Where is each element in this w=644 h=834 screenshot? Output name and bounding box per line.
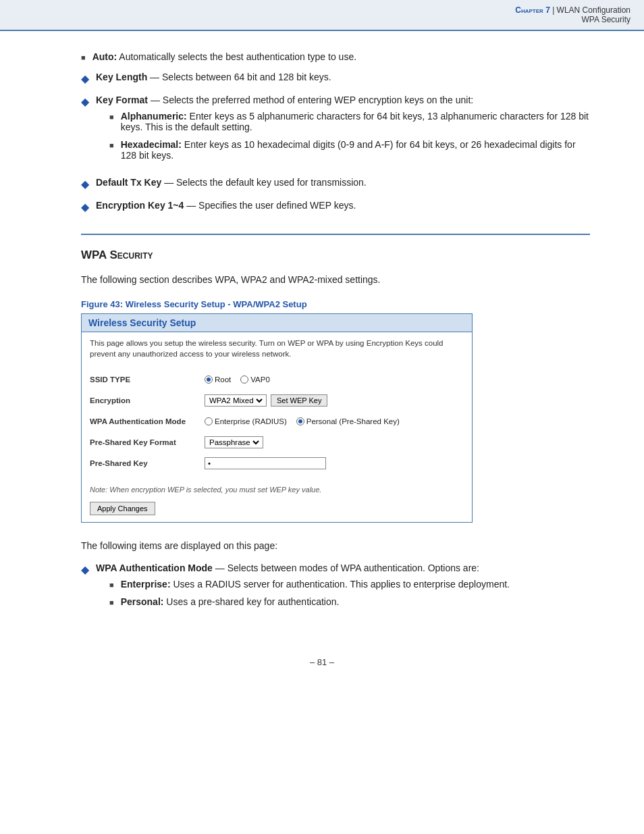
- bullet-body: Enter keys as 10 hexadecimal digits (0-9…: [121, 139, 576, 161]
- page-footer: – 81 –: [0, 644, 644, 674]
- list-item: ◆ WPA Authentication Mode — Selects betw…: [81, 563, 590, 614]
- bullet-body: — Selects the preferred method of enteri…: [148, 95, 473, 105]
- psk-format-controls: Passphrase Hex: [205, 436, 263, 448]
- personal-option[interactable]: Personal (Pre-Shared Key): [296, 417, 400, 425]
- bullet-body: — Selects the default key used for trans…: [161, 177, 366, 188]
- bullet-square-icon: ■: [109, 581, 114, 589]
- chapter-label: Chapter 7: [515, 5, 552, 15]
- encryption-label: Encryption: [90, 396, 205, 405]
- ssid-root-label: Root: [215, 375, 231, 384]
- top-bullet-list: ■ Auto: Automatically selects the best a…: [81, 51, 590, 62]
- main-content: ■ Auto: Automatically selects the best a…: [0, 31, 644, 644]
- bullet-bold: Key Length: [96, 72, 147, 82]
- bullet-square-icon: ■: [109, 113, 114, 121]
- encryption-row: Encryption WPA2 Mixed WPA WPA2 WEP Set W…: [90, 392, 464, 409]
- bullet-text: Personal: Uses a pre-shared key for auth…: [121, 596, 340, 607]
- bullet-square-icon: ■: [109, 141, 114, 149]
- wpa-auth-label: WPA Authentication Mode: [90, 417, 205, 425]
- ssid-type-label: SSID TYPE: [90, 375, 205, 384]
- bullet-text: Key Format — Selects the preferred metho…: [96, 95, 473, 105]
- set-wep-key-button[interactable]: Set WEP Key: [271, 394, 327, 407]
- bullet-body: Enter keys as 5 alphanumeric characters …: [121, 111, 589, 132]
- wss-apply-row: Apply Changes: [82, 499, 472, 522]
- psk-label: Pre-Shared Key: [90, 459, 205, 467]
- bullet-diamond-icon: ◆: [81, 201, 89, 213]
- list-item: ■ Alphanumeric: Enter keys as 5 alphanum…: [109, 111, 590, 132]
- bullet-diamond-icon: ◆: [81, 72, 89, 85]
- bullet-diamond-icon: ◆: [81, 95, 89, 108]
- bullet-bold: Alphanumeric:: [121, 111, 187, 122]
- list-item: ■ Auto: Automatically selects the best a…: [81, 51, 590, 62]
- list-item: ◆ Key Format — Selects the preferred met…: [81, 95, 590, 167]
- wpa-auth-controls: Enterprise (RADIUS) Personal (Pre-Shared…: [205, 417, 400, 425]
- personal-radio[interactable]: [296, 417, 304, 425]
- ssid-vap0-label: VAP0: [250, 375, 270, 384]
- wpa-auth-row: WPA Authentication Mode Enterprise (RADI…: [90, 413, 464, 429]
- psk-format-select-wrapper[interactable]: Passphrase Hex: [205, 436, 263, 448]
- bullet-diamond-icon: ◆: [81, 178, 89, 190]
- bullet-square-icon: ■: [81, 53, 86, 61]
- bullet-body: Uses a pre-shared key for authentication…: [163, 596, 339, 607]
- psk-input[interactable]: [205, 457, 326, 469]
- bullet-bold: WPA Authentication Mode: [96, 563, 213, 573]
- psk-format-label: Pre-Shared Key Format: [90, 438, 205, 446]
- bullet-text: Enterprise: Uses a RADIUS server for aut…: [121, 579, 510, 590]
- personal-label: Personal (Pre-Shared Key): [306, 417, 400, 425]
- encryption-select-wrapper[interactable]: WPA2 Mixed WPA WPA2 WEP: [205, 394, 267, 407]
- bullet-bold: Auto:: [92, 51, 117, 62]
- list-item: ◆ Key Length — Selects between 64 bit an…: [81, 72, 590, 85]
- bullet-bold: Hexadecimal:: [121, 139, 182, 150]
- bullet-text: Auto: Automatically selects the best aut…: [92, 51, 356, 62]
- sub-bullet-list: ■ Enterprise: Uses a RADIUS server for a…: [109, 579, 510, 607]
- bullet-content: Key Format — Selects the preferred metho…: [96, 95, 590, 167]
- bullet-text: Default Tx Key — Selects the default key…: [96, 177, 367, 188]
- wpa-security-heading: WPA Security: [81, 249, 590, 262]
- bullet-body: — Specifies the user defined WEP keys.: [184, 200, 356, 211]
- list-item: ◆ Encryption Key 1~4 — Specifies the use…: [81, 200, 590, 213]
- sub-bullet-list: ■ Alphanumeric: Enter keys as 5 alphanum…: [109, 111, 590, 161]
- wss-description: This page allows you setup the wireless …: [82, 332, 472, 367]
- list-item: ■ Enterprise: Uses a RADIUS server for a…: [109, 579, 510, 590]
- list-item: ■ Personal: Uses a pre-shared key for au…: [109, 596, 510, 607]
- ssid-type-row: SSID TYPE Root VAP0: [90, 371, 464, 388]
- wss-note: Note: When encryption WEP is selected, y…: [82, 483, 472, 499]
- bullet-square-icon: ■: [109, 598, 114, 606]
- ssid-vap0-radio[interactable]: [240, 375, 248, 384]
- enterprise-radio[interactable]: [205, 417, 213, 425]
- psk-format-select[interactable]: Passphrase Hex: [207, 438, 261, 447]
- bullet-bold: Enterprise:: [121, 579, 171, 590]
- bullet-bold: Encryption Key 1~4: [96, 200, 184, 211]
- bullet-body: — Selects between modes of WPA authentic…: [213, 563, 479, 573]
- bullet-diamond-icon: ◆: [81, 563, 89, 576]
- wss-box: Wireless Security Setup This page allows…: [81, 313, 473, 523]
- encryption-controls: WPA2 Mixed WPA WPA2 WEP Set WEP Key: [205, 394, 327, 407]
- page-number: – 81 –: [310, 657, 334, 667]
- bullet-body: — Selects between 64 bit and 128 bit key…: [147, 72, 331, 82]
- bullet-text: Hexadecimal: Enter keys as 10 hexadecima…: [121, 139, 590, 161]
- bullet-bold: Default Tx Key: [96, 177, 161, 188]
- psk-format-row: Pre-Shared Key Format Passphrase Hex: [90, 434, 464, 450]
- main-bullet-list: ◆ Key Length — Selects between 64 bit an…: [81, 72, 590, 213]
- list-item: ■ Hexadecimal: Enter keys as 10 hexadeci…: [109, 139, 590, 161]
- ssid-vap0-option[interactable]: VAP0: [240, 375, 270, 384]
- bullet-body: Automatically selects the best authentic…: [117, 51, 356, 62]
- bullet-bold: Personal:: [121, 596, 164, 607]
- bullet-text: Encryption Key 1~4 — Specifies the user …: [96, 200, 356, 211]
- section-divider: [81, 234, 590, 235]
- bullet-bold: Key Format: [96, 95, 148, 105]
- ssid-root-radio[interactable]: [205, 375, 213, 384]
- psk-controls: [205, 457, 326, 469]
- enterprise-label: Enterprise (RADIUS): [215, 417, 287, 425]
- wss-form: SSID TYPE Root VAP0 Encryption: [82, 367, 472, 483]
- enterprise-option[interactable]: Enterprise (RADIUS): [205, 417, 287, 425]
- ssid-root-option[interactable]: Root: [205, 375, 231, 384]
- bullet-text: Key Length — Selects between 64 bit and …: [96, 72, 331, 82]
- list-item: ◆ Default Tx Key — Selects the default k…: [81, 177, 590, 190]
- bottom-bullet-list: ◆ WPA Authentication Mode — Selects betw…: [81, 563, 590, 614]
- apply-changes-button[interactable]: Apply Changes: [90, 502, 155, 515]
- page-header: Chapter 7 | WLAN Configuration WPA Secur…: [0, 0, 644, 31]
- figure-caption: Figure 43: Wireless Security Setup - WPA…: [81, 299, 590, 309]
- encryption-select[interactable]: WPA2 Mixed WPA WPA2 WEP: [207, 396, 265, 405]
- psk-row: Pre-Shared Key: [90, 455, 464, 471]
- bullet-body: Uses a RADIUS server for authentication.…: [171, 579, 510, 590]
